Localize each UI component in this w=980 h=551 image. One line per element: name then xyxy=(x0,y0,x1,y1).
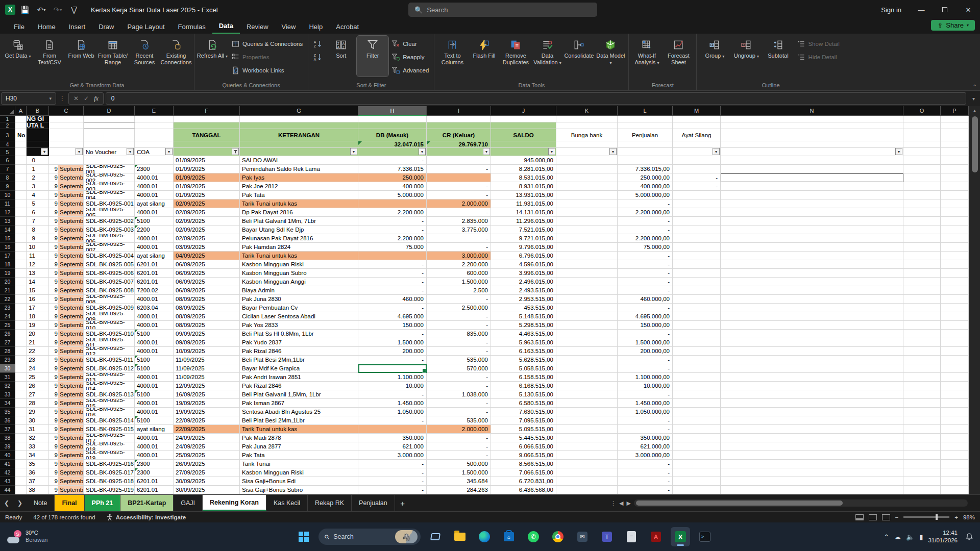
cell[interactable] xyxy=(903,460,941,468)
cell-tanggal[interactable]: 11/09/2025 xyxy=(174,373,240,382)
row-header-8[interactable]: 8 xyxy=(0,173,15,182)
taskbar-icon-terminal[interactable]: >_ xyxy=(695,527,715,546)
cell-penjualan[interactable]: - xyxy=(618,286,673,295)
cell-penjualan[interactable]: 1.450.000,00 xyxy=(618,399,673,408)
cell-ayat[interactable] xyxy=(673,278,721,286)
cell-no[interactable]: 5 xyxy=(27,199,49,208)
cell-ayat[interactable] xyxy=(673,347,721,356)
cell-tanggal[interactable]: 03/09/2025 xyxy=(174,243,240,252)
cell-ayat[interactable] xyxy=(673,234,721,243)
cell-cr[interactable]: 535.000 xyxy=(427,416,491,425)
cell-saldo[interactable]: 7.630.515,00 xyxy=(491,408,556,416)
cell-penjualan[interactable]: 460.000,00 xyxy=(618,295,673,304)
cell-no[interactable]: 19 xyxy=(27,321,49,330)
cell[interactable] xyxy=(941,217,969,226)
cell-n[interactable] xyxy=(721,321,903,330)
cell[interactable] xyxy=(15,416,27,425)
cell-coa[interactable]: 2300 xyxy=(135,165,174,173)
cell[interactable] xyxy=(903,321,941,330)
cell-keterangan[interactable]: SALDO AWAL xyxy=(240,156,358,165)
cell[interactable] xyxy=(941,269,969,278)
cell-db[interactable]: 621.000 xyxy=(358,442,427,451)
cell-month[interactable]: 9September xyxy=(49,234,84,243)
taskbar-icon-excel[interactable]: X xyxy=(671,527,690,546)
cell-n[interactable] xyxy=(721,182,903,191)
cell-saldo[interactable]: 2.953.515,00 xyxy=(491,295,556,304)
cell-n[interactable] xyxy=(721,364,903,373)
cell-saldo[interactable]: 5.963.515,00 xyxy=(491,338,556,347)
cell[interactable] xyxy=(941,122,969,129)
cell-n[interactable] xyxy=(721,286,903,295)
cell-tanggal[interactable]: 01/09/2025 xyxy=(174,182,240,191)
cell-saldo[interactable]: 5.628.515,00 xyxy=(491,356,556,364)
cell-db[interactable]: 1.050.000 xyxy=(358,408,427,416)
cell-bunga[interactable] xyxy=(556,182,618,191)
filter-db[interactable]: ▾ xyxy=(358,148,427,156)
cell-month[interactable]: 9September xyxy=(49,304,84,312)
cell-month[interactable] xyxy=(49,156,84,165)
cell-tanggal[interactable]: 22/09/2025 xyxy=(174,416,240,425)
ribbon-button-za[interactable]: ZA xyxy=(310,51,325,63)
cell-coa[interactable]: 5100 xyxy=(135,416,174,425)
volume-icon[interactable]: 🔈 xyxy=(906,533,914,541)
cell[interactable] xyxy=(174,141,240,148)
cell-coa[interactable]: 5100 xyxy=(135,356,174,364)
cell-no[interactable]: 12 xyxy=(27,260,49,269)
cell[interactable] xyxy=(15,312,27,321)
cell[interactable] xyxy=(673,116,721,122)
cell-saldo[interactable]: 14.131.015,00 xyxy=(491,208,556,217)
cell-tanggal[interactable]: 22/09/2025 xyxy=(174,425,240,434)
cell-no[interactable]: 31 xyxy=(27,425,49,434)
cell-saldo[interactable]: 9.796.015,00 xyxy=(491,243,556,252)
row-header-42[interactable]: 42 xyxy=(0,468,15,477)
cell[interactable] xyxy=(15,486,27,494)
filter-cr[interactable]: ▾ xyxy=(427,148,491,156)
cell[interactable] xyxy=(941,148,969,156)
cell-tanggal[interactable]: 06/09/2025 xyxy=(174,260,240,269)
cell[interactable] xyxy=(15,460,27,468)
cell-bunga[interactable] xyxy=(556,408,618,416)
cell-bunga[interactable] xyxy=(556,382,618,390)
cell-penjualan[interactable]: - xyxy=(618,217,673,226)
cell-cr[interactable]: 2.000.000 xyxy=(427,199,491,208)
cell-bunga[interactable] xyxy=(556,252,618,260)
cell-saldo[interactable]: 5.445.515,00 xyxy=(491,434,556,442)
share-button[interactable]: ⇪ Share ▾ xyxy=(931,20,975,31)
cell-coa[interactable]: 4000.01 xyxy=(135,295,174,304)
cell-penjualan[interactable] xyxy=(618,156,673,165)
cell[interactable] xyxy=(49,141,84,148)
cell-voucher[interactable]: SDL-BK-0925-010 xyxy=(84,330,135,338)
cell[interactable] xyxy=(941,304,969,312)
cell[interactable] xyxy=(15,356,27,364)
cell-tanggal[interactable]: 08/09/2025 xyxy=(174,304,240,312)
cell-voucher[interactable]: SDL-BK-0925-004 xyxy=(84,252,135,260)
cell-month[interactable]: 9September xyxy=(49,408,84,416)
cell-bunga[interactable] xyxy=(556,199,618,208)
cell-bunga[interactable] xyxy=(556,434,618,442)
ribbon-button-clear[interactable]: Clear xyxy=(388,38,432,50)
filter-cell-c[interactable]: ▾ xyxy=(49,148,84,156)
filter-dropdown-icon[interactable]: ▾ xyxy=(548,148,555,155)
cell-keterangan[interactable]: Bayar Pembuatan Cv xyxy=(240,304,358,312)
cell[interactable] xyxy=(903,234,941,243)
filter-saldo[interactable]: ▾ xyxy=(491,148,556,156)
cell-ayat[interactable] xyxy=(673,382,721,390)
cell-no[interactable]: 25 xyxy=(27,373,49,382)
cell-ayat[interactable] xyxy=(673,416,721,425)
name-box[interactable]: H30▾ xyxy=(1,92,56,105)
cell-n[interactable] xyxy=(721,468,903,477)
cell-bunga[interactable] xyxy=(556,312,618,321)
cell-db[interactable]: 4.695.000 xyxy=(358,312,427,321)
cell-n[interactable] xyxy=(721,199,903,208)
cell-keterangan[interactable]: Pak Iyas xyxy=(240,173,358,182)
battery-icon[interactable]: ▮ xyxy=(919,533,923,541)
cell-db[interactable]: 250.000 xyxy=(358,173,427,182)
cell[interactable] xyxy=(903,416,941,425)
cell-tanggal[interactable]: 06/09/2025 xyxy=(174,278,240,286)
page-layout-view-icon[interactable] xyxy=(869,514,877,520)
cell-coa[interactable]: 4000.01 xyxy=(135,451,174,460)
insert-function-icon[interactable]: fx xyxy=(94,95,99,103)
cell-tanggal[interactable]: 12/09/2025 xyxy=(174,382,240,390)
cell-penjualan[interactable]: - xyxy=(618,486,673,494)
cell-voucher[interactable]: SDL-BK-0925-014 xyxy=(84,416,135,425)
